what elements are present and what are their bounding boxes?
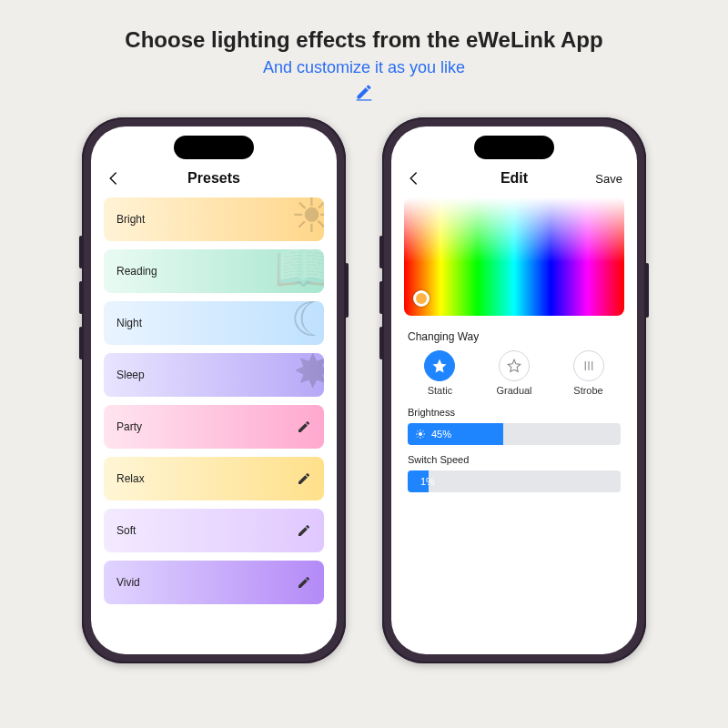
preset-sleep[interactable]: Sleep ✸ bbox=[104, 353, 324, 397]
preset-label: Night bbox=[116, 317, 142, 329]
screen-title: Presets bbox=[91, 170, 337, 187]
subheadline: And customize it as you like bbox=[0, 58, 728, 77]
svg-rect-0 bbox=[357, 99, 372, 100]
brightness-value: 45% bbox=[431, 429, 451, 440]
preset-label: Party bbox=[116, 420, 142, 433]
changing-way-label: Changing Way bbox=[391, 325, 637, 349]
svg-line-11 bbox=[417, 437, 418, 438]
book-icon: 📖 bbox=[274, 249, 324, 293]
pencil-icon[interactable] bbox=[297, 471, 311, 486]
preset-label: Bright bbox=[116, 213, 145, 226]
mode-strobe[interactable]: Strobe bbox=[573, 350, 604, 396]
back-button[interactable] bbox=[406, 170, 422, 187]
mode-label: Gradual bbox=[496, 385, 531, 396]
pencil-icon[interactable] bbox=[297, 523, 311, 538]
preset-label: Sleep bbox=[116, 369, 145, 381]
pencil-icon[interactable] bbox=[297, 420, 311, 434]
preset-label: Soft bbox=[116, 524, 136, 537]
save-button[interactable]: Save bbox=[595, 172, 622, 186]
switch-speed-label: Switch Speed bbox=[408, 454, 621, 465]
back-button[interactable] bbox=[106, 170, 122, 187]
sleep-icon: ✸ bbox=[293, 353, 324, 397]
mode-label: Strobe bbox=[573, 385, 602, 396]
star-icon bbox=[424, 350, 455, 381]
switch-speed-value: 1% bbox=[420, 476, 435, 487]
mode-static[interactable]: Static bbox=[424, 350, 455, 396]
mode-gradual[interactable]: Gradual bbox=[496, 350, 531, 396]
svg-line-10 bbox=[423, 437, 424, 438]
phone-presets: Presets Bright ☀ Reading 📖 Night ☾ Sleep bbox=[82, 117, 346, 663]
preset-label: Relax bbox=[116, 472, 145, 485]
edit-icon bbox=[0, 83, 728, 101]
dynamic-island bbox=[174, 136, 254, 159]
color-thumb[interactable] bbox=[413, 290, 430, 307]
brightness-fill: 45% bbox=[408, 423, 503, 445]
preset-night[interactable]: Night ☾ bbox=[104, 301, 324, 345]
dynamic-island bbox=[474, 136, 554, 159]
pencil-icon[interactable] bbox=[297, 575, 311, 590]
preset-bright[interactable]: Bright ☀ bbox=[104, 197, 324, 241]
switch-speed-fill: 1% bbox=[408, 470, 429, 492]
brightness-label: Brightness bbox=[408, 407, 621, 418]
moon-icon: ☾ bbox=[290, 301, 324, 345]
preset-label: Reading bbox=[116, 265, 157, 278]
preset-soft[interactable]: Soft bbox=[104, 509, 324, 552]
phone-edit: Edit Save Changing Way Static Gradual S bbox=[382, 117, 646, 663]
preset-label: Vivid bbox=[116, 576, 140, 589]
strobe-icon bbox=[573, 350, 604, 381]
preset-list: Bright ☀ Reading 📖 Night ☾ Sleep ✸ Party bbox=[91, 194, 337, 608]
preset-vivid[interactable]: Vivid bbox=[104, 561, 324, 604]
mode-selector: Static Gradual Strobe bbox=[391, 349, 637, 405]
preset-relax[interactable]: Relax bbox=[104, 457, 324, 500]
preset-party[interactable]: Party bbox=[104, 405, 324, 449]
preset-reading[interactable]: Reading 📖 bbox=[104, 249, 324, 293]
headline: Choose lighting effects from the eWeLink… bbox=[0, 0, 728, 53]
brightness-slider[interactable]: 45% bbox=[408, 423, 621, 445]
brightness-icon bbox=[415, 429, 426, 440]
switch-speed-slider[interactable]: 1% bbox=[408, 470, 621, 492]
color-picker[interactable] bbox=[404, 197, 624, 316]
svg-line-9 bbox=[417, 430, 418, 431]
svg-line-12 bbox=[423, 430, 424, 431]
sun-icon: ☀ bbox=[290, 197, 324, 241]
svg-point-4 bbox=[419, 432, 422, 436]
star-icon bbox=[499, 350, 530, 381]
mode-label: Static bbox=[428, 385, 453, 396]
